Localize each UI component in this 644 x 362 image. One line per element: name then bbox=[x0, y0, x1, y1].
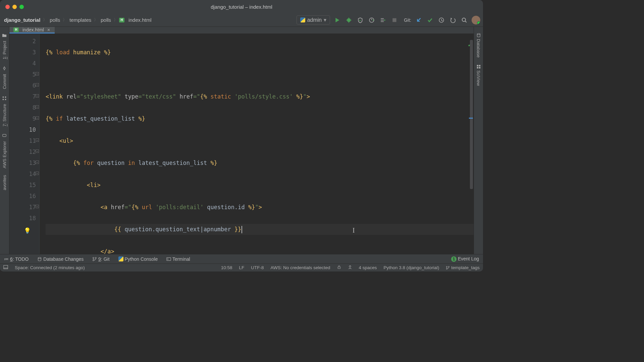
close-tab-icon[interactable]: × bbox=[46, 27, 51, 33]
breadcrumb[interactable]: django_tutorial 〉 polls 〉 templates 〉 po… bbox=[3, 16, 153, 23]
fold-icon[interactable]: − bbox=[36, 161, 39, 164]
python-icon bbox=[300, 17, 305, 22]
aws-icon bbox=[2, 133, 7, 138]
tool-project[interactable]: 1: Project bbox=[2, 29, 7, 63]
svg-line-15 bbox=[418, 18, 421, 21]
scroll-thumb[interactable] bbox=[470, 40, 473, 189]
svg-line-19 bbox=[465, 21, 467, 22]
git-pull-button[interactable] bbox=[415, 16, 423, 24]
fold-icon[interactable]: − bbox=[36, 116, 39, 120]
svg-point-35 bbox=[95, 257, 97, 258]
svg-rect-23 bbox=[3, 96, 4, 98]
editor[interactable]: 2 3 4 5− 6− 7− 8− 9− 10 11− 12− 13− 14− … bbox=[9, 34, 474, 254]
svg-point-18 bbox=[462, 18, 466, 21]
profile-button[interactable] bbox=[368, 16, 376, 24]
fold-icon[interactable]: − bbox=[36, 138, 39, 142]
debug-button[interactable] bbox=[345, 16, 353, 24]
chevron-right-icon: 〉 bbox=[63, 17, 67, 23]
status-aws[interactable]: AWS: No credentials selected bbox=[270, 265, 330, 270]
fold-icon[interactable]: − bbox=[36, 205, 39, 208]
svg-point-1 bbox=[347, 18, 351, 22]
status-git-branch[interactable]: template_tags bbox=[446, 265, 480, 270]
marker-caret[interactable] bbox=[469, 118, 473, 119]
terminal-icon bbox=[166, 257, 171, 261]
event-log-button[interactable]: 1 Event Log bbox=[451, 256, 479, 262]
git-commit-button[interactable] bbox=[426, 16, 434, 24]
status-interpreter[interactable]: Python 3.8 (django_tutorial) bbox=[384, 265, 439, 270]
run-tasks-button[interactable] bbox=[379, 16, 387, 24]
breadcrumb-project[interactable]: django_tutorial bbox=[3, 16, 42, 23]
status-encoding[interactable]: UTF-8 bbox=[251, 265, 264, 270]
svg-marker-0 bbox=[336, 18, 339, 22]
svg-marker-13 bbox=[384, 19, 386, 21]
avatar[interactable] bbox=[472, 16, 480, 24]
run-button[interactable] bbox=[333, 16, 341, 24]
run-coverage-button[interactable] bbox=[356, 16, 364, 24]
python-icon bbox=[118, 256, 123, 261]
gutter[interactable]: 2 3 4 5− 6− 7− 8− 9− 10 11− 12− 13− 14− … bbox=[9, 34, 40, 254]
svg-point-20 bbox=[4, 67, 5, 69]
status-indent[interactable]: 4 spaces bbox=[359, 265, 377, 270]
svg-point-42 bbox=[446, 266, 447, 267]
maximize-window-button[interactable] bbox=[19, 5, 24, 9]
inspector-icon[interactable] bbox=[348, 265, 352, 270]
tool-commit[interactable]: Commit bbox=[2, 63, 7, 93]
editor-scrollbar[interactable]: ✔ bbox=[469, 37, 473, 222]
structure-icon bbox=[2, 96, 7, 101]
tool-structure[interactable]: 7: Structure bbox=[2, 93, 7, 130]
tool-db-changes[interactable]: Database Changes bbox=[37, 256, 84, 262]
tool-git[interactable]: 9: Git bbox=[92, 256, 109, 262]
folder-icon bbox=[2, 33, 7, 38]
status-bar: Space: Connected (2 minutes ago) 10:58 L… bbox=[0, 263, 483, 272]
fold-icon[interactable]: − bbox=[36, 83, 39, 86]
status-time[interactable]: 10:58 bbox=[221, 265, 232, 270]
svg-rect-26 bbox=[5, 99, 6, 100]
fold-icon[interactable]: − bbox=[36, 172, 39, 175]
navigation-toolbar: django_tutorial 〉 polls 〉 templates 〉 po… bbox=[0, 13, 483, 27]
svg-point-36 bbox=[93, 259, 94, 261]
breadcrumb-item[interactable]: polls bbox=[48, 16, 61, 23]
tab-index-html[interactable]: index.html × bbox=[9, 27, 55, 34]
svg-rect-24 bbox=[5, 96, 6, 98]
breadcrumb-item[interactable]: polls bbox=[99, 16, 112, 23]
fold-icon[interactable]: − bbox=[36, 72, 39, 75]
run-config-selector[interactable]: admin ▾ bbox=[297, 15, 330, 24]
stop-button[interactable] bbox=[390, 16, 398, 24]
html-file-icon bbox=[119, 18, 124, 22]
svg-rect-38 bbox=[4, 265, 8, 269]
editor-tabs: index.html × bbox=[9, 27, 474, 34]
titlebar: django_tutorial – index.html bbox=[0, 0, 483, 13]
branch-icon bbox=[446, 266, 450, 270]
code-area[interactable]: {% load humanize %} <link rel="styleshee… bbox=[40, 34, 474, 254]
git-history-button[interactable] bbox=[437, 16, 445, 24]
tool-todo[interactable]: ≔ 6: TODO bbox=[4, 256, 29, 262]
fold-icon[interactable]: − bbox=[36, 149, 39, 153]
chevron-right-icon: 〉 bbox=[114, 17, 118, 23]
tool-terminal[interactable]: Terminal bbox=[166, 256, 190, 262]
breadcrumb-file[interactable]: index.html bbox=[127, 16, 153, 23]
git-revert-button[interactable] bbox=[449, 16, 457, 24]
search-everywhere-button[interactable] bbox=[460, 16, 468, 24]
svg-point-41 bbox=[349, 265, 351, 267]
database-icon bbox=[37, 257, 42, 261]
lock-icon[interactable] bbox=[337, 265, 341, 270]
svg-marker-6 bbox=[360, 19, 361, 21]
status-ide-icon[interactable] bbox=[3, 265, 8, 270]
window-title: django_tutorial – index.html bbox=[211, 4, 272, 10]
right-tool-stripe: Database SciView bbox=[474, 27, 483, 254]
tool-aws-explorer[interactable]: AWS Explorer bbox=[2, 130, 7, 172]
tool-python-console[interactable]: Python Console bbox=[118, 256, 158, 262]
breadcrumb-item[interactable]: templates bbox=[68, 16, 93, 23]
status-line-ending[interactable]: LF bbox=[239, 265, 244, 270]
status-space[interactable]: Space: Connected (2 minutes ago) bbox=[15, 265, 85, 270]
event-log-badge: 1 bbox=[451, 256, 457, 262]
tool-favorites[interactable]: avorites bbox=[2, 172, 7, 194]
minimize-window-button[interactable] bbox=[12, 5, 17, 9]
intention-bulb-icon[interactable]: 💡 bbox=[24, 225, 31, 236]
svg-point-34 bbox=[93, 257, 94, 258]
panel-icon bbox=[3, 265, 8, 269]
fold-icon[interactable]: − bbox=[36, 105, 39, 109]
fold-icon[interactable]: − bbox=[36, 94, 39, 98]
close-window-button[interactable] bbox=[5, 5, 10, 9]
text-cursor-icon: I bbox=[353, 225, 355, 236]
